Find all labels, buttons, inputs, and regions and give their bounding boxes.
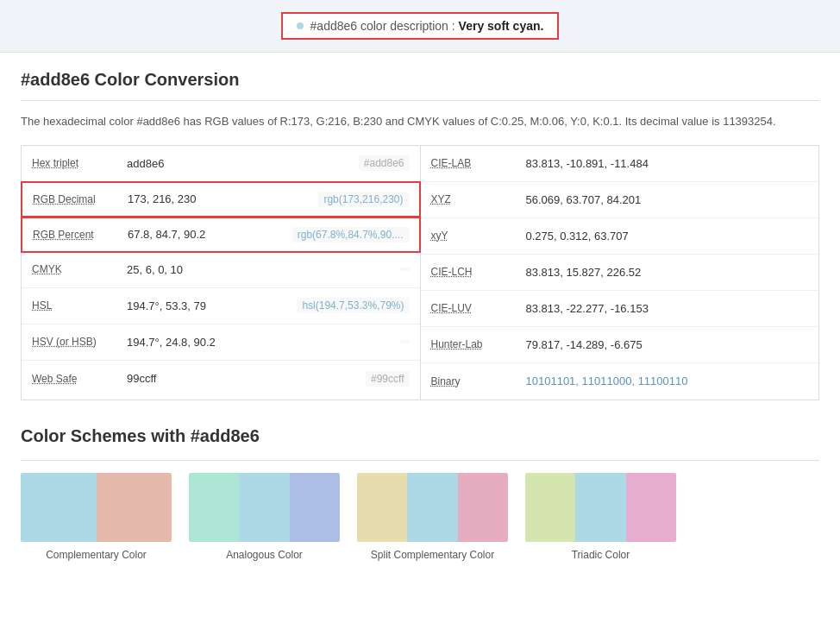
row-value-rgb-percent: 67.8, 84.7, 90.2 <box>128 228 292 241</box>
row-value-hunterlab: 79.817, -14.289, -6.675 <box>526 338 809 351</box>
scheme-label-analogous: Analogous Color <box>226 549 303 561</box>
swatch-left <box>21 473 97 542</box>
row-value-cielab: 83.813, -10.891, -11.484 <box>526 157 809 170</box>
row-label-hex: Hex triplet <box>32 157 127 169</box>
table-row-xyy: xyY 0.275, 0.312, 63.707 <box>421 218 819 255</box>
table-row-hsl: HSL 194.7°, 53.3, 79 hsl(194.7,53.3%,79%… <box>22 288 420 324</box>
row-label-websafe: Web Safe <box>32 373 127 385</box>
swatch-a1 <box>189 473 239 542</box>
table-row-rgb-decimal: RGB Decimal 173, 216, 230 rgb(173,216,23… <box>21 181 421 217</box>
row-value-binary: 10101101, 11011000, 11100110 <box>526 375 809 387</box>
swatch-a2 <box>239 473 289 542</box>
row-label-rgb-percent: RGB Percent <box>33 229 128 241</box>
row-label-xyz: XYZ <box>431 193 526 205</box>
conversion-title: #add8e6 Color Conversion <box>21 70 819 90</box>
swatch-t3 <box>626 473 676 542</box>
swatch-complementary <box>21 473 172 542</box>
top-banner: #add8e6 color description : Very soft cy… <box>0 0 840 53</box>
row-label-hunterlab: Hunter-Lab <box>431 338 526 350</box>
row-label-hsl: HSL <box>32 299 127 312</box>
row-preview-rgb-decimal: rgb(173,216,230) <box>318 192 408 207</box>
row-value-hsv: 194.7°, 24.8, 90.2 <box>127 336 399 349</box>
table-row-cielab: CIE-LAB 83.813, -10.891, -11.484 <box>421 146 819 182</box>
divider-2 <box>21 460 819 461</box>
row-label-xyy: xyY <box>431 230 526 242</box>
desc-strong: Very soft cyan. <box>459 19 544 33</box>
table-row-cielch: CIE-LCH 83.813, 15.827, 226.52 <box>421 255 819 291</box>
swatch-split-complementary <box>357 473 508 542</box>
description-text: #add8e6 color description : Very soft cy… <box>310 19 544 33</box>
main-content: #add8e6 Color Conversion The hexadecimal… <box>0 53 840 578</box>
row-value-hsl: 194.7°, 53.3, 79 <box>127 299 297 312</box>
table-row: Hex triplet add8e6 #add8e6 <box>22 146 420 182</box>
schemes-title: Color Schemes with #add8e6 <box>21 426 819 446</box>
row-value-rgb-decimal: 173, 216, 230 <box>128 192 318 205</box>
row-label-hsv: HSV (or HSB) <box>32 336 127 348</box>
scheme-complementary[interactable]: Complementary Color <box>21 473 172 561</box>
desc-prefix: #add8e6 color description : <box>310 19 459 33</box>
scheme-triadic[interactable]: Triadic Color <box>525 473 676 561</box>
row-label-cmyk: CMYK <box>32 263 127 275</box>
conversion-table: Hex triplet add8e6 #add8e6 RGB Decimal 1… <box>21 145 819 400</box>
row-value-hex: add8e6 <box>127 157 359 170</box>
swatch-right <box>97 473 172 542</box>
row-value-cieluv: 83.813, -22.277, -16.153 <box>526 302 809 315</box>
row-value-xyz: 56.069, 63.707, 84.201 <box>526 193 809 206</box>
row-preview-cmyk <box>399 268 410 271</box>
table-row-hsv: HSV (or HSB) 194.7°, 24.8, 90.2 <box>22 324 420 361</box>
row-label-binary: Binary <box>431 375 526 387</box>
swatch-t2 <box>575 473 625 542</box>
scheme-analogous[interactable]: Analogous Color <box>189 473 340 561</box>
swatch-s3 <box>458 473 508 542</box>
table-row-rgb-percent: RGB Percent 67.8, 84.7, 90.2 rgb(67.8%,8… <box>21 217 421 253</box>
row-value-cielch: 83.813, 15.827, 226.52 <box>526 266 809 279</box>
table-left: Hex triplet add8e6 #add8e6 RGB Decimal 1… <box>22 146 421 400</box>
swatch-triadic <box>525 473 676 542</box>
row-preview-rgb-percent: rgb(67.8%,84.7%,90.... <box>292 227 409 242</box>
row-label-cieluv: CIE-LUV <box>431 302 526 314</box>
row-preview-hsv <box>399 340 410 343</box>
schemes-grid: Complementary Color Analogous Color Sp <box>21 473 819 561</box>
row-preview-hex: #add8e6 <box>359 155 410 171</box>
swatch-s1 <box>357 473 407 542</box>
table-row-cmyk: CMYK 25, 6, 0, 10 <box>22 252 420 288</box>
divider-1 <box>21 100 819 101</box>
table-row-cieluv: CIE-LUV 83.813, -22.277, -16.153 <box>421 291 819 327</box>
scheme-label-complementary: Complementary Color <box>46 549 147 561</box>
row-value-websafe: 99ccff <box>127 372 366 385</box>
swatch-a3 <box>290 473 340 542</box>
row-preview-hsl: hsl(194.7,53.3%,79%) <box>297 298 409 313</box>
description-box: #add8e6 color description : Very soft cy… <box>281 12 560 40</box>
color-schemes-section: Color Schemes with #add8e6 Complementary… <box>21 426 819 561</box>
row-preview-websafe: #99ccff <box>366 371 409 387</box>
scheme-label-triadic: Triadic Color <box>572 549 630 561</box>
swatch-t1 <box>525 473 575 542</box>
row-label-cielch: CIE-LCH <box>431 266 526 278</box>
table-row-hunterlab: Hunter-Lab 79.817, -14.289, -6.675 <box>421 327 819 363</box>
row-value-cmyk: 25, 6, 0, 10 <box>127 263 399 276</box>
table-row-binary: Binary 10101101, 11011000, 11100110 <box>421 363 819 400</box>
swatch-s2 <box>407 473 457 542</box>
scheme-split-complementary[interactable]: Split Complementary Color <box>357 473 508 561</box>
row-label-cielab: CIE-LAB <box>431 157 526 169</box>
table-right: CIE-LAB 83.813, -10.891, -11.484 XYZ 56.… <box>421 146 819 400</box>
swatch-analogous <box>189 473 340 542</box>
table-row-websafe: Web Safe 99ccff #99ccff <box>22 361 420 397</box>
color-dot <box>297 22 304 29</box>
row-value-xyy: 0.275, 0.312, 63.707 <box>526 230 809 242</box>
table-row-xyz: XYZ 56.069, 63.707, 84.201 <box>421 182 819 218</box>
scheme-label-split-complementary: Split Complementary Color <box>371 549 494 561</box>
conversion-description: The hexadecimal color #add8e6 has RGB va… <box>21 113 819 131</box>
row-label-rgb-decimal: RGB Decimal <box>33 193 128 205</box>
